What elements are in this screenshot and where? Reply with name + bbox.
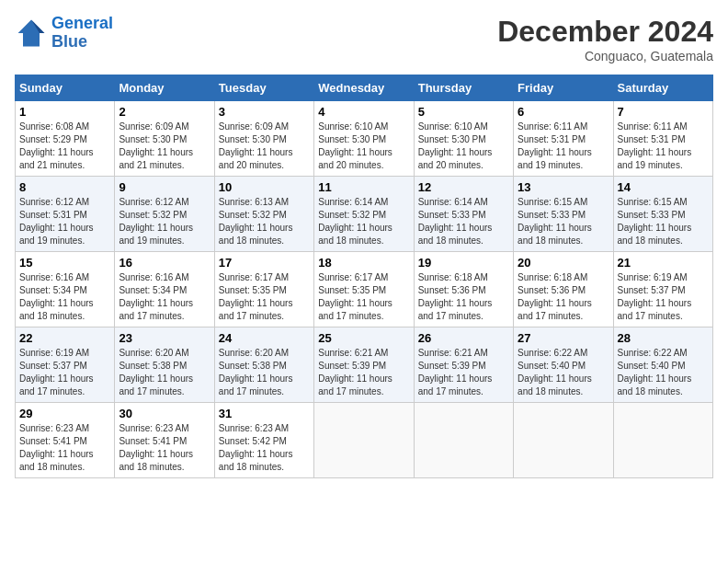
day-info: Sunrise: 6:20 AMSunset: 5:38 PMDaylight:…: [219, 347, 310, 398]
day-info: Sunrise: 6:17 AMSunset: 5:35 PMDaylight:…: [219, 271, 310, 323]
calendar-day-11: 11Sunrise: 6:14 AMSunset: 5:32 PMDayligh…: [314, 177, 414, 252]
weekday-header-saturday: Saturday: [613, 75, 712, 101]
calendar-day-18: 18Sunrise: 6:17 AMSunset: 5:35 PMDayligh…: [314, 252, 414, 327]
calendar-day-13: 13Sunrise: 6:15 AMSunset: 5:33 PMDayligh…: [514, 177, 613, 252]
day-info: Sunrise: 6:15 AMSunset: 5:33 PMDaylight:…: [518, 196, 609, 247]
month-title: December 2024: [497, 15, 713, 49]
day-info: Sunrise: 6:17 AMSunset: 5:35 PMDaylight:…: [318, 271, 409, 323]
day-info: Sunrise: 6:12 AMSunset: 5:32 PMDaylight:…: [119, 196, 210, 247]
day-number: 18: [318, 256, 409, 270]
day-info: Sunrise: 6:18 AMSunset: 5:36 PMDaylight:…: [418, 271, 509, 323]
day-info: Sunrise: 6:12 AMSunset: 5:31 PMDaylight:…: [19, 196, 110, 247]
weekday-header-tuesday: Tuesday: [214, 75, 313, 101]
day-info: Sunrise: 6:11 AMSunset: 5:31 PMDaylight:…: [618, 121, 709, 172]
calendar-week-4: 22Sunrise: 6:19 AMSunset: 5:37 PMDayligh…: [16, 327, 713, 403]
day-number: 15: [19, 256, 110, 270]
title-block: December 2024 Conguaco, Guatemala: [497, 15, 713, 63]
calendar-day-12: 12Sunrise: 6:14 AMSunset: 5:33 PMDayligh…: [414, 177, 513, 252]
calendar-day-23: 23Sunrise: 6:20 AMSunset: 5:38 PMDayligh…: [115, 327, 214, 403]
day-number: 6: [518, 105, 609, 119]
day-info: Sunrise: 6:15 AMSunset: 5:33 PMDaylight:…: [618, 196, 709, 247]
day-number: 13: [518, 180, 609, 194]
day-number: 27: [518, 331, 609, 345]
calendar-day-22: 22Sunrise: 6:19 AMSunset: 5:37 PMDayligh…: [16, 327, 115, 403]
weekday-header-wednesday: Wednesday: [314, 75, 414, 101]
calendar-day-19: 19Sunrise: 6:18 AMSunset: 5:36 PMDayligh…: [414, 252, 513, 327]
calendar-day-28: 28Sunrise: 6:22 AMSunset: 5:40 PMDayligh…: [613, 327, 712, 403]
day-info: Sunrise: 6:09 AMSunset: 5:30 PMDaylight:…: [119, 121, 210, 172]
calendar-day-25: 25Sunrise: 6:21 AMSunset: 5:39 PMDayligh…: [314, 327, 414, 403]
calendar-day-6: 6Sunrise: 6:11 AMSunset: 5:31 PMDaylight…: [514, 101, 613, 177]
calendar-day-20: 20Sunrise: 6:18 AMSunset: 5:36 PMDayligh…: [514, 252, 613, 327]
day-info: Sunrise: 6:18 AMSunset: 5:36 PMDaylight:…: [518, 271, 609, 323]
calendar-day-26: 26Sunrise: 6:21 AMSunset: 5:39 PMDayligh…: [414, 327, 513, 403]
day-number: 16: [119, 256, 210, 270]
calendar-day-27: 27Sunrise: 6:22 AMSunset: 5:40 PMDayligh…: [514, 327, 613, 403]
calendar-day-4: 4Sunrise: 6:10 AMSunset: 5:30 PMDaylight…: [314, 101, 414, 177]
calendar-week-5: 29Sunrise: 6:23 AMSunset: 5:41 PMDayligh…: [16, 403, 713, 478]
day-number: 23: [119, 331, 210, 345]
day-number: 30: [119, 407, 210, 420]
day-info: Sunrise: 6:23 AMSunset: 5:41 PMDaylight:…: [119, 422, 210, 474]
day-number: 25: [318, 331, 409, 345]
day-number: 2: [119, 105, 210, 119]
calendar-empty-cell: [514, 403, 613, 478]
calendar-day-29: 29Sunrise: 6:23 AMSunset: 5:41 PMDayligh…: [16, 403, 115, 478]
calendar-day-16: 16Sunrise: 6:16 AMSunset: 5:34 PMDayligh…: [115, 252, 214, 327]
calendar-day-5: 5Sunrise: 6:10 AMSunset: 5:30 PMDaylight…: [414, 101, 513, 177]
day-number: 24: [219, 331, 310, 345]
calendar-week-1: 1Sunrise: 6:08 AMSunset: 5:29 PMDaylight…: [16, 101, 713, 177]
day-number: 9: [119, 180, 210, 194]
day-number: 28: [618, 331, 709, 345]
day-number: 8: [19, 180, 110, 194]
calendar-day-8: 8Sunrise: 6:12 AMSunset: 5:31 PMDaylight…: [16, 177, 115, 252]
calendar-week-2: 8Sunrise: 6:12 AMSunset: 5:31 PMDaylight…: [16, 177, 713, 252]
day-info: Sunrise: 6:10 AMSunset: 5:30 PMDaylight:…: [418, 121, 509, 172]
day-info: Sunrise: 6:21 AMSunset: 5:39 PMDaylight:…: [418, 347, 509, 398]
calendar-header-row: SundayMondayTuesdayWednesdayThursdayFrid…: [16, 75, 713, 101]
calendar-day-15: 15Sunrise: 6:16 AMSunset: 5:34 PMDayligh…: [16, 252, 115, 327]
day-info: Sunrise: 6:19 AMSunset: 5:37 PMDaylight:…: [19, 347, 110, 398]
day-info: Sunrise: 6:10 AMSunset: 5:30 PMDaylight:…: [318, 121, 409, 172]
calendar-day-30: 30Sunrise: 6:23 AMSunset: 5:41 PMDayligh…: [115, 403, 214, 478]
logo-text: General Blue: [51, 15, 113, 52]
day-number: 5: [418, 105, 509, 119]
calendar-day-2: 2Sunrise: 6:09 AMSunset: 5:30 PMDaylight…: [115, 101, 214, 177]
day-number: 1: [19, 105, 110, 119]
day-number: 10: [219, 180, 310, 194]
day-info: Sunrise: 6:23 AMSunset: 5:42 PMDaylight:…: [219, 422, 310, 474]
calendar-day-21: 21Sunrise: 6:19 AMSunset: 5:37 PMDayligh…: [613, 252, 712, 327]
location: Conguaco, Guatemala: [497, 49, 713, 63]
calendar-day-9: 9Sunrise: 6:12 AMSunset: 5:32 PMDaylight…: [115, 177, 214, 252]
day-number: 26: [418, 331, 509, 345]
day-number: 12: [418, 180, 509, 194]
day-info: Sunrise: 6:13 AMSunset: 5:32 PMDaylight:…: [219, 196, 310, 247]
day-number: 21: [618, 256, 709, 270]
day-number: 31: [219, 407, 310, 420]
calendar-day-14: 14Sunrise: 6:15 AMSunset: 5:33 PMDayligh…: [613, 177, 712, 252]
day-info: Sunrise: 6:16 AMSunset: 5:34 PMDaylight:…: [119, 271, 210, 323]
day-number: 20: [518, 256, 609, 270]
day-info: Sunrise: 6:20 AMSunset: 5:38 PMDaylight:…: [119, 347, 210, 398]
calendar-empty-cell: [613, 403, 712, 478]
day-number: 7: [618, 105, 709, 119]
calendar-empty-cell: [314, 403, 414, 478]
calendar-day-10: 10Sunrise: 6:13 AMSunset: 5:32 PMDayligh…: [214, 177, 313, 252]
day-number: 19: [418, 256, 509, 270]
day-info: Sunrise: 6:08 AMSunset: 5:29 PMDaylight:…: [19, 121, 110, 172]
day-number: 3: [219, 105, 310, 119]
weekday-header-thursday: Thursday: [414, 75, 513, 101]
calendar-body: 1Sunrise: 6:08 AMSunset: 5:29 PMDaylight…: [16, 101, 713, 478]
day-number: 14: [618, 180, 709, 194]
calendar-day-1: 1Sunrise: 6:08 AMSunset: 5:29 PMDaylight…: [16, 101, 115, 177]
calendar-week-3: 15Sunrise: 6:16 AMSunset: 5:34 PMDayligh…: [16, 252, 713, 327]
day-info: Sunrise: 6:14 AMSunset: 5:32 PMDaylight:…: [318, 196, 409, 247]
day-info: Sunrise: 6:09 AMSunset: 5:30 PMDaylight:…: [219, 121, 310, 172]
page-header: General Blue December 2024 Conguaco, Gua…: [15, 15, 713, 63]
weekday-header-sunday: Sunday: [16, 75, 115, 101]
logo: General Blue: [15, 15, 113, 52]
calendar-empty-cell: [414, 403, 513, 478]
day-info: Sunrise: 6:21 AMSunset: 5:39 PMDaylight:…: [318, 347, 409, 398]
logo-icon: [15, 17, 48, 50]
day-info: Sunrise: 6:14 AMSunset: 5:33 PMDaylight:…: [418, 196, 509, 247]
